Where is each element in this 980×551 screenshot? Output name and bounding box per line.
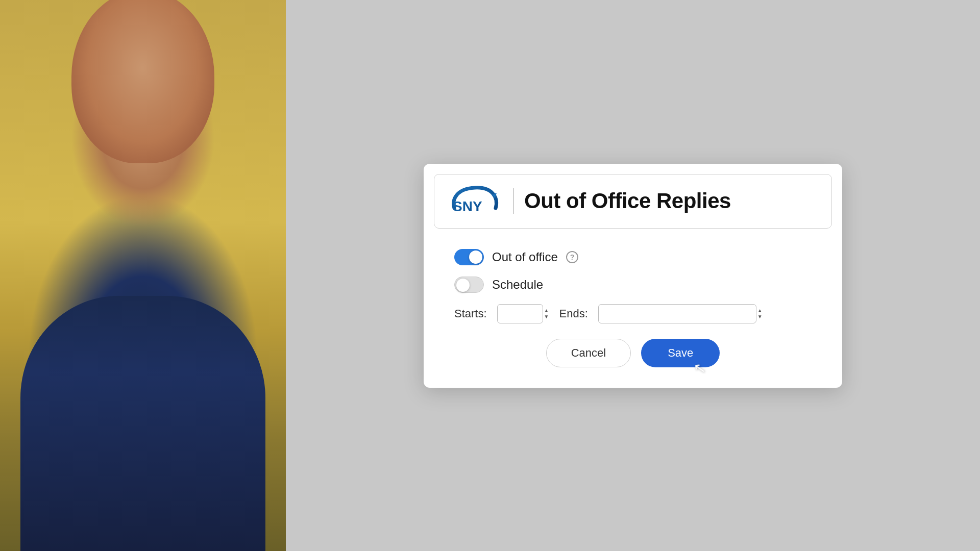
dialog-buttons: Cancel Save ↖ [454, 339, 812, 372]
out-of-office-toggle[interactable] [454, 249, 484, 265]
dialog-backdrop: SNY Out of Office Replies Out of office … [286, 0, 980, 551]
starts-input[interactable] [497, 304, 543, 323]
svg-text:SNY: SNY [453, 198, 482, 214]
out-of-office-dialog: SNY Out of Office Replies Out of office … [424, 164, 842, 388]
header-divider [513, 188, 514, 214]
cancel-button[interactable]: Cancel [546, 339, 631, 367]
schedule-label: Schedule [492, 278, 543, 292]
out-of-office-label: Out of office [492, 250, 558, 264]
out-of-office-row: Out of office ? [454, 249, 812, 265]
starts-spinner[interactable]: ▲ ▼ [544, 308, 549, 320]
starts-down-arrow[interactable]: ▼ [544, 314, 549, 320]
schedule-toggle[interactable] [454, 277, 484, 293]
help-icon[interactable]: ? [566, 251, 578, 263]
ends-input[interactable] [598, 304, 756, 323]
dialog-title: Out of Office Replies [524, 189, 731, 213]
schedule-toggle-knob [456, 279, 470, 292]
dialog-body: Out of office ? Schedule Starts: ▲ ▼ [424, 239, 842, 388]
cursor-icon: ↖ [693, 359, 707, 377]
ends-label: Ends: [559, 307, 587, 320]
video-panel [0, 0, 286, 551]
starts-up-arrow[interactable]: ▲ [544, 308, 549, 314]
ends-input-wrap: ▲ ▼ [598, 304, 763, 323]
ends-spinner[interactable]: ▲ ▼ [757, 308, 763, 320]
save-button[interactable]: Save ↖ [641, 339, 720, 367]
dialog-header: SNY Out of Office Replies [434, 174, 832, 229]
toggle-knob [469, 251, 482, 264]
starts-input-wrap: ▲ ▼ [497, 304, 549, 323]
ends-up-arrow[interactable]: ▲ [757, 308, 763, 314]
date-range-row: Starts: ▲ ▼ Ends: ▲ ▼ [454, 304, 812, 323]
ends-down-arrow[interactable]: ▼ [757, 314, 763, 320]
starts-label: Starts: [454, 307, 487, 320]
sny-logo: SNY [447, 184, 503, 219]
save-label: Save [668, 346, 693, 359]
schedule-row: Schedule [454, 277, 812, 293]
